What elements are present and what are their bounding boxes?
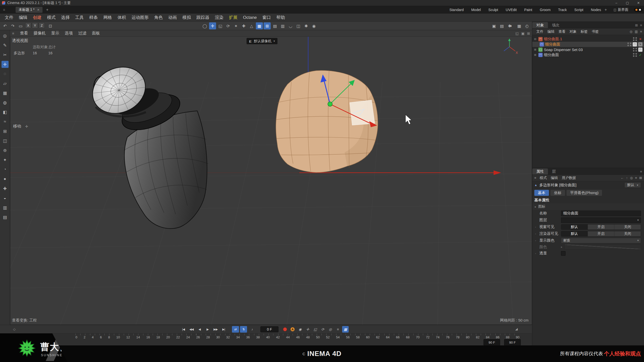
symmetry-icon[interactable]: ◫ [2, 137, 9, 144]
next-key-button[interactable]: ▶▶ [212, 326, 219, 333]
document-tab[interactable]: 未标题 1 * ✕ [16, 7, 43, 13]
section-tab[interactable]: 基本 [534, 190, 549, 196]
preset-dropdown[interactable]: 默认 ▾ [624, 182, 641, 188]
om-menu-item[interactable]: 标签 [579, 29, 590, 34]
section-tab[interactable]: 平滑着色(Phong) [567, 190, 602, 196]
record-pla-button[interactable]: ≡ [335, 326, 341, 333]
keyframe-selection-button[interactable]: ◉ [297, 326, 303, 333]
grid-toggle-icon[interactable]: ▦ [516, 22, 523, 29]
viewport-menu-item[interactable]: 摄像机 [31, 31, 48, 36]
layout-item[interactable]: Nodes [591, 8, 601, 12]
perspective-viewport[interactable]: ≡ 查看摄像机显示选项过滤面板 ◱▣⊞ 透视视图 ◧ 默认摄像机 ▾ 选取对象 … [10, 30, 532, 325]
minimize-button[interactable]: – [611, 0, 622, 6]
panel-tab[interactable]: 层 [548, 168, 560, 174]
om-panel-menu-icon[interactable]: ≡ [640, 23, 642, 27]
om-menu-item[interactable]: 编辑 [545, 29, 556, 34]
attr-back-icon[interactable]: ← [621, 176, 624, 180]
spline-icon[interactable]: ≈ [2, 118, 9, 125]
autokey-button[interactable]: A [289, 326, 296, 333]
subdivide-icon[interactable]: ⊞ [2, 128, 9, 135]
panel-tab[interactable]: 对象 [532, 22, 548, 28]
attr-lock-icon[interactable]: ⊠ [639, 176, 642, 180]
viewport-menu-item[interactable]: 面板 [89, 31, 103, 36]
knife-tool-icon[interactable]: ✂ [2, 51, 9, 58]
play-button[interactable]: ▶ [204, 326, 211, 333]
selection-filter-icon[interactable]: ▭ [17, 22, 24, 29]
om-menu-item[interactable]: 对象 [568, 29, 579, 34]
goto-end-button[interactable]: ▶| [220, 326, 227, 333]
axis-lock-button[interactable]: Z [39, 22, 45, 28]
om-menu-item[interactable]: 书签 [590, 29, 601, 34]
expand-icon[interactable]: ⊟ [533, 37, 537, 41]
resize-corner-icon[interactable]: ◢ [515, 327, 518, 331]
tree-row-soap-dispenser-set[interactable]: ⊞ ▢ Soap Dispenser Set 03 ◠ [532, 47, 644, 52]
axis-icon[interactable]: ✚ [2, 185, 9, 192]
redo-icon[interactable]: ↷ [9, 22, 16, 29]
phong-tag-icon[interactable]: ◠ [633, 42, 637, 47]
mirror-icon[interactable]: ◫ [295, 22, 302, 29]
tweak-icon[interactable]: ◉ [310, 22, 317, 29]
visibility-option[interactable]: 开启 [588, 224, 615, 230]
viewport-expand-icon[interactable]: ⊞ [527, 31, 530, 35]
record-button[interactable] [282, 326, 288, 333]
expand-icon[interactable]: ⊞ [533, 53, 537, 57]
viewport-panel-icon[interactable]: ▣ [521, 31, 525, 35]
viewport-canvas[interactable] [10, 37, 532, 325]
workplane-lock-icon[interactable]: ⊡ [47, 22, 54, 29]
layer-dropdown[interactable]: ▾ [561, 217, 641, 223]
attr-up-icon[interactable]: ↑ [626, 176, 628, 180]
theme-toggle[interactable] [634, 8, 642, 12]
polygon-pen-icon[interactable]: ▱ [2, 80, 9, 87]
visibility-dots[interactable] [633, 37, 637, 41]
expand-icon[interactable]: ⊞ [533, 48, 537, 51]
range-end-field[interactable]: 90 F [484, 339, 500, 346]
menu-extensions[interactable]: 扩展 [226, 14, 240, 22]
snap-tool-icon[interactable]: ◒ [2, 195, 9, 202]
quantize-icon[interactable]: ▦ [256, 22, 263, 29]
layout-item[interactable]: Track [558, 8, 567, 12]
menu-character[interactable]: 角色 [151, 14, 166, 22]
animation-dot-icon[interactable]: ◦ [535, 232, 536, 235]
cube-primitive-icon[interactable]: ▦ [2, 89, 9, 97]
phong-tag-icon[interactable]: ◠ [638, 48, 642, 52]
timeline-ruler[interactable]: 0246810121416182022242628303234363840424… [0, 333, 532, 345]
scale-icon[interactable]: ◱ [217, 22, 224, 29]
attr-menu-item[interactable]: 用户数据 [560, 176, 578, 180]
visibility-option[interactable]: 默认 [561, 224, 588, 230]
panel-tab[interactable]: 场次 [548, 22, 564, 28]
lasso-select-icon[interactable]: ◌ [2, 70, 9, 77]
extrude-icon[interactable]: ◧ [2, 109, 9, 116]
camera-icon[interactable]: ◔ [2, 166, 9, 173]
layout-item[interactable]: Paint [524, 8, 532, 12]
layout-item[interactable]: Script [574, 8, 583, 12]
goto-start-button[interactable]: |◀ [180, 326, 187, 333]
display-color-dropdown[interactable]: 材质 ▾ [561, 238, 641, 243]
animation-dot-icon[interactable]: ◦ [535, 225, 536, 229]
animation-dot-icon[interactable]: ◦ [535, 252, 536, 255]
menu-create[interactable]: 创建 [30, 14, 44, 22]
loop-button[interactable]: ⇅ [240, 326, 247, 333]
live-selection-icon[interactable]: ◯ [201, 22, 208, 29]
plane-mode-icon[interactable]: ▥ [279, 22, 286, 29]
viewport-layout-icon[interactable]: ◱ [515, 31, 519, 35]
layout-item[interactable]: Model [471, 8, 481, 12]
undo-icon[interactable]: ↶ [2, 22, 9, 29]
preview-end-field[interactable]: 90 F [504, 339, 521, 346]
visibility-option[interactable]: 默认 [561, 231, 588, 236]
menu-select[interactable]: 选择 [58, 14, 72, 22]
menu-tools[interactable]: 工具 [72, 14, 87, 22]
close-tab-icon[interactable]: ✕ [37, 8, 39, 12]
prev-key-button[interactable]: ◀◀ [188, 326, 195, 333]
name-input[interactable] [561, 211, 641, 216]
current-frame-field[interactable]: 0 F [260, 326, 278, 332]
icon-section-row[interactable]: ▸ 图标 [532, 203, 644, 210]
tree-row-subdivision-selected[interactable]: ◠ 细分曲面 ◠ ✎ [532, 42, 644, 47]
last-tool-icon[interactable]: ✶ [232, 22, 239, 29]
om-search-icon[interactable]: ◎ [630, 30, 632, 33]
visibility-dots[interactable] [633, 48, 637, 52]
menu-mode[interactable]: 模式 [44, 14, 58, 22]
viewport-menu-item[interactable]: 过滤 [75, 31, 89, 36]
om-menu-item[interactable]: 文件 [534, 29, 545, 34]
snap-icon[interactable]: ⊞ [264, 22, 271, 29]
layers-icon[interactable]: ▤ [2, 214, 9, 221]
